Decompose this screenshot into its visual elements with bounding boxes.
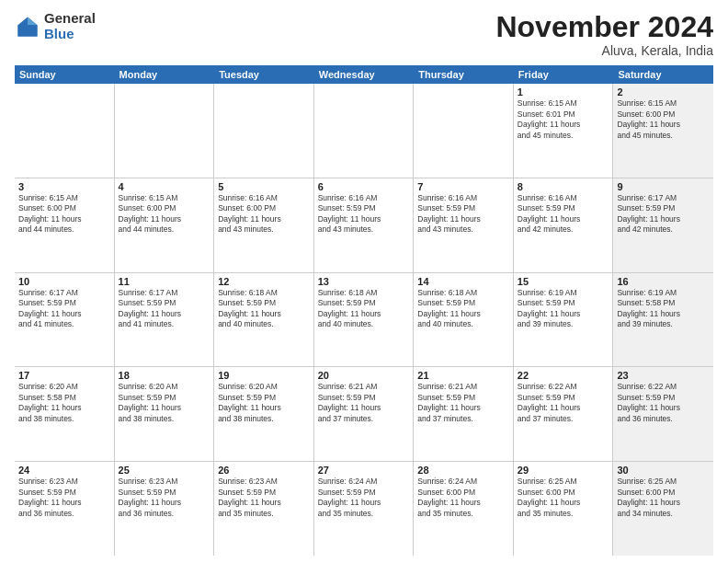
day-info: Sunrise: 6:18 AMSunset: 5:59 PMDaylight:…: [218, 288, 310, 330]
day-cell-16: 16Sunrise: 6:19 AMSunset: 5:58 PMDayligh…: [613, 273, 713, 367]
day-info: Sunrise: 6:21 AMSunset: 5:59 PMDaylight:…: [318, 382, 410, 424]
day-number: 2: [617, 86, 710, 98]
day-cell-27: 27Sunrise: 6:24 AMSunset: 5:59 PMDayligh…: [314, 462, 415, 556]
day-number: 9: [617, 181, 710, 192]
empty-cell: [214, 84, 314, 178]
calendar-header: SundayMondayTuesdayWednesdayThursdayFrid…: [15, 65, 713, 84]
day-number: 10: [18, 276, 110, 287]
location: Aluva, Kerala, India: [495, 43, 713, 58]
day-info: Sunrise: 6:22 AMSunset: 5:59 PMDaylight:…: [518, 382, 609, 424]
day-info: Sunrise: 6:16 AMSunset: 5:59 PMDaylight:…: [318, 193, 410, 236]
day-cell-14: 14Sunrise: 6:18 AMSunset: 5:59 PMDayligh…: [414, 273, 514, 367]
header-day-saturday: Saturday: [613, 65, 713, 84]
day-info: Sunrise: 6:15 AMSunset: 6:00 PMDaylight:…: [18, 193, 110, 236]
day-info: Sunrise: 6:23 AMSunset: 5:59 PMDaylight:…: [218, 477, 310, 519]
day-info: Sunrise: 6:16 AMSunset: 6:00 PMDaylight:…: [218, 193, 310, 236]
day-number: 27: [318, 465, 410, 476]
day-info: Sunrise: 6:18 AMSunset: 5:59 PMDaylight:…: [318, 288, 410, 330]
day-cell-13: 13Sunrise: 6:18 AMSunset: 5:59 PMDayligh…: [314, 273, 415, 367]
title-block: November 2024 Aluva, Kerala, India: [495, 11, 713, 58]
calendar-week-1: 1Sunrise: 6:15 AMSunset: 6:01 PMDaylight…: [15, 84, 713, 178]
calendar-week-5: 24Sunrise: 6:23 AMSunset: 5:59 PMDayligh…: [15, 462, 713, 556]
day-number: 17: [18, 370, 110, 381]
calendar-week-4: 17Sunrise: 6:20 AMSunset: 5:58 PMDayligh…: [15, 367, 713, 462]
calendar-week-3: 10Sunrise: 6:17 AMSunset: 5:59 PMDayligh…: [15, 273, 713, 368]
empty-cell: [15, 84, 115, 178]
day-cell-20: 20Sunrise: 6:21 AMSunset: 5:59 PMDayligh…: [314, 367, 415, 461]
empty-cell: [314, 84, 415, 178]
day-cell-3: 3Sunrise: 6:15 AMSunset: 6:00 PMDaylight…: [15, 178, 115, 272]
svg-rect-2: [18, 25, 38, 36]
day-info: Sunrise: 6:21 AMSunset: 5:59 PMDaylight:…: [417, 382, 509, 424]
day-info: Sunrise: 6:24 AMSunset: 6:00 PMDaylight:…: [417, 477, 509, 519]
day-cell-28: 28Sunrise: 6:24 AMSunset: 6:00 PMDayligh…: [414, 462, 514, 556]
day-number: 25: [119, 465, 210, 476]
day-info: Sunrise: 6:20 AMSunset: 5:58 PMDaylight:…: [18, 382, 110, 424]
day-info: Sunrise: 6:18 AMSunset: 5:59 PMDaylight:…: [417, 288, 509, 330]
day-cell-8: 8Sunrise: 6:16 AMSunset: 5:59 PMDaylight…: [514, 178, 614, 272]
day-cell-6: 6Sunrise: 6:16 AMSunset: 5:59 PMDaylight…: [314, 178, 415, 272]
day-cell-26: 26Sunrise: 6:23 AMSunset: 5:59 PMDayligh…: [214, 462, 314, 556]
day-cell-24: 24Sunrise: 6:23 AMSunset: 5:59 PMDayligh…: [15, 462, 115, 556]
day-info: Sunrise: 6:22 AMSunset: 5:59 PMDaylight:…: [617, 382, 710, 424]
day-info: Sunrise: 6:23 AMSunset: 5:59 PMDaylight:…: [119, 477, 210, 519]
day-info: Sunrise: 6:15 AMSunset: 6:00 PMDaylight:…: [119, 193, 210, 236]
day-cell-4: 4Sunrise: 6:15 AMSunset: 6:00 PMDaylight…: [115, 178, 215, 272]
day-number: 18: [119, 370, 210, 381]
header-day-friday: Friday: [514, 65, 614, 84]
header-day-sunday: Sunday: [15, 65, 115, 84]
day-number: 3: [18, 181, 110, 192]
day-number: 4: [119, 181, 210, 192]
day-number: 6: [318, 181, 410, 192]
day-number: 11: [119, 276, 210, 287]
header-day-wednesday: Wednesday: [314, 65, 415, 84]
day-info: Sunrise: 6:19 AMSunset: 5:59 PMDaylight:…: [518, 288, 609, 330]
day-number: 19: [218, 370, 310, 381]
day-number: 21: [417, 370, 509, 381]
logo: General Blue: [15, 11, 96, 41]
day-number: 22: [518, 370, 609, 381]
empty-cell: [414, 84, 514, 178]
day-cell-22: 22Sunrise: 6:22 AMSunset: 5:59 PMDayligh…: [514, 367, 614, 461]
svg-marker-1: [28, 17, 38, 25]
header-day-tuesday: Tuesday: [214, 65, 314, 84]
day-info: Sunrise: 6:20 AMSunset: 5:59 PMDaylight:…: [218, 382, 310, 424]
logo-general: General: [44, 11, 96, 27]
logo-text: General Blue: [44, 11, 96, 41]
day-number: 30: [617, 465, 710, 476]
day-number: 29: [518, 465, 609, 476]
day-number: 14: [417, 276, 509, 287]
day-number: 28: [417, 465, 509, 476]
day-cell-17: 17Sunrise: 6:20 AMSunset: 5:58 PMDayligh…: [15, 367, 115, 461]
day-number: 24: [18, 465, 110, 476]
month-title: November 2024: [495, 11, 713, 43]
day-cell-2: 2Sunrise: 6:15 AMSunset: 6:00 PMDaylight…: [613, 84, 713, 178]
day-cell-15: 15Sunrise: 6:19 AMSunset: 5:59 PMDayligh…: [514, 273, 614, 367]
day-number: 16: [617, 276, 710, 287]
day-number: 12: [218, 276, 310, 287]
calendar: SundayMondayTuesdayWednesdayThursdayFrid…: [15, 65, 713, 556]
day-cell-9: 9Sunrise: 6:17 AMSunset: 5:59 PMDaylight…: [613, 178, 713, 272]
day-number: 13: [318, 276, 410, 287]
day-cell-21: 21Sunrise: 6:21 AMSunset: 5:59 PMDayligh…: [414, 367, 514, 461]
day-cell-11: 11Sunrise: 6:17 AMSunset: 5:59 PMDayligh…: [115, 273, 215, 367]
day-info: Sunrise: 6:25 AMSunset: 6:00 PMDaylight:…: [518, 477, 609, 519]
day-cell-30: 30Sunrise: 6:25 AMSunset: 6:00 PMDayligh…: [613, 462, 713, 556]
empty-cell: [115, 84, 215, 178]
day-number: 5: [218, 181, 310, 192]
day-cell-29: 29Sunrise: 6:25 AMSunset: 6:00 PMDayligh…: [514, 462, 614, 556]
day-cell-25: 25Sunrise: 6:23 AMSunset: 5:59 PMDayligh…: [115, 462, 215, 556]
day-number: 26: [218, 465, 310, 476]
header: General Blue November 2024 Aluva, Kerala…: [15, 11, 713, 58]
day-info: Sunrise: 6:23 AMSunset: 5:59 PMDaylight:…: [18, 477, 110, 519]
day-cell-19: 19Sunrise: 6:20 AMSunset: 5:59 PMDayligh…: [214, 367, 314, 461]
logo-blue: Blue: [44, 27, 96, 42]
day-info: Sunrise: 6:25 AMSunset: 6:00 PMDaylight:…: [617, 477, 710, 519]
page: General Blue November 2024 Aluva, Kerala…: [0, 0, 728, 563]
day-number: 8: [518, 181, 609, 192]
day-info: Sunrise: 6:17 AMSunset: 5:59 PMDaylight:…: [18, 288, 110, 330]
day-info: Sunrise: 6:20 AMSunset: 5:59 PMDaylight:…: [119, 382, 210, 424]
day-cell-7: 7Sunrise: 6:16 AMSunset: 5:59 PMDaylight…: [414, 178, 514, 272]
calendar-week-2: 3Sunrise: 6:15 AMSunset: 6:00 PMDaylight…: [15, 178, 713, 273]
logo-icon: [15, 14, 40, 40]
